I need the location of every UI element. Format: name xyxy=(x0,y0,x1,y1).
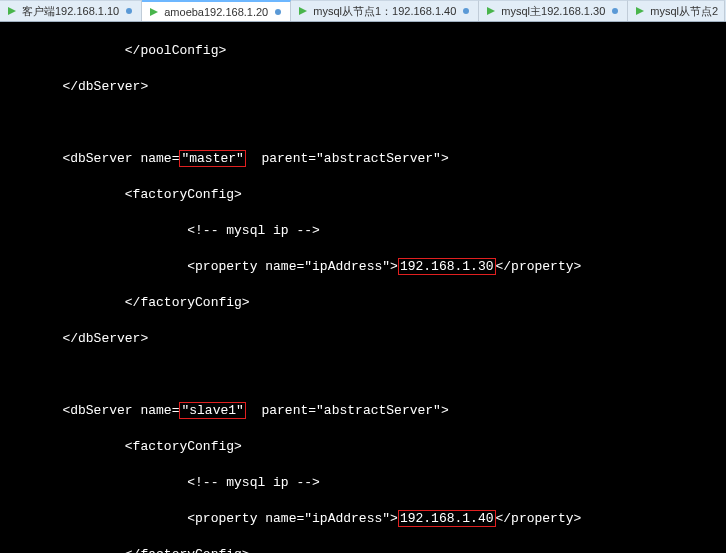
dot-icon xyxy=(123,5,135,17)
play-icon xyxy=(297,5,309,17)
code-line: <!-- mysql ip --> xyxy=(0,474,726,492)
highlight-slave1: "slave1" xyxy=(179,402,245,419)
play-icon xyxy=(6,5,18,17)
tab-amoeba[interactable]: amoeba192.168.1.20 xyxy=(142,0,291,21)
tab-master[interactable]: mysql主192.168.1.30 xyxy=(479,0,628,21)
tab-client[interactable]: 客户端192.168.1.10 xyxy=(0,0,142,21)
highlight-ip-master: 192.168.1.30 xyxy=(398,258,496,275)
dot-icon xyxy=(272,6,284,18)
tab-label: amoeba192.168.1.20 xyxy=(164,6,268,18)
play-icon xyxy=(148,6,160,18)
tab-slave2[interactable]: mysql从节点2 xyxy=(628,0,725,21)
code-line: </poolConfig> xyxy=(0,42,726,60)
svg-point-3 xyxy=(275,9,281,15)
code-line xyxy=(0,114,726,132)
code-line: <factoryConfig> xyxy=(0,186,726,204)
svg-marker-6 xyxy=(487,7,495,15)
highlight-ip-slave1: 192.168.1.40 xyxy=(398,510,496,527)
play-icon xyxy=(634,5,646,17)
code-line: <!-- mysql ip --> xyxy=(0,222,726,240)
svg-point-1 xyxy=(126,8,132,14)
svg-point-7 xyxy=(612,8,618,14)
dot-icon xyxy=(609,5,621,17)
code-line: </factoryConfig> xyxy=(0,294,726,312)
code-line: </factoryConfig> xyxy=(0,546,726,553)
svg-marker-8 xyxy=(636,7,644,15)
tab-label: 客户端192.168.1.10 xyxy=(22,4,119,19)
code-line xyxy=(0,366,726,384)
tab-slave1[interactable]: mysql从节点1：192.168.1.40 xyxy=(291,0,479,21)
tab-label: mysql主192.168.1.30 xyxy=(501,4,605,19)
code-line: <property name="ipAddress">192.168.1.40<… xyxy=(0,510,726,528)
tab-label: mysql从节点1：192.168.1.40 xyxy=(313,4,456,19)
code-line: <dbServer name="slave1" parent="abstract… xyxy=(0,402,726,420)
code-line: <property name="ipAddress">192.168.1.30<… xyxy=(0,258,726,276)
svg-marker-4 xyxy=(299,7,307,15)
svg-marker-0 xyxy=(8,7,16,15)
svg-point-5 xyxy=(463,8,469,14)
play-icon xyxy=(485,5,497,17)
code-line: </dbServer> xyxy=(0,78,726,96)
code-line: </dbServer> xyxy=(0,330,726,348)
editor-area[interactable]: </poolConfig> </dbServer> <dbServer name… xyxy=(0,22,726,553)
highlight-master: "master" xyxy=(179,150,245,167)
dot-icon xyxy=(460,5,472,17)
code-line: <dbServer name="master" parent="abstract… xyxy=(0,150,726,168)
code-line: <factoryConfig> xyxy=(0,438,726,456)
tab-label: mysql从节点2 xyxy=(650,4,718,19)
tab-bar: 客户端192.168.1.10 amoeba192.168.1.20 mysql… xyxy=(0,0,726,22)
svg-marker-2 xyxy=(150,8,158,16)
